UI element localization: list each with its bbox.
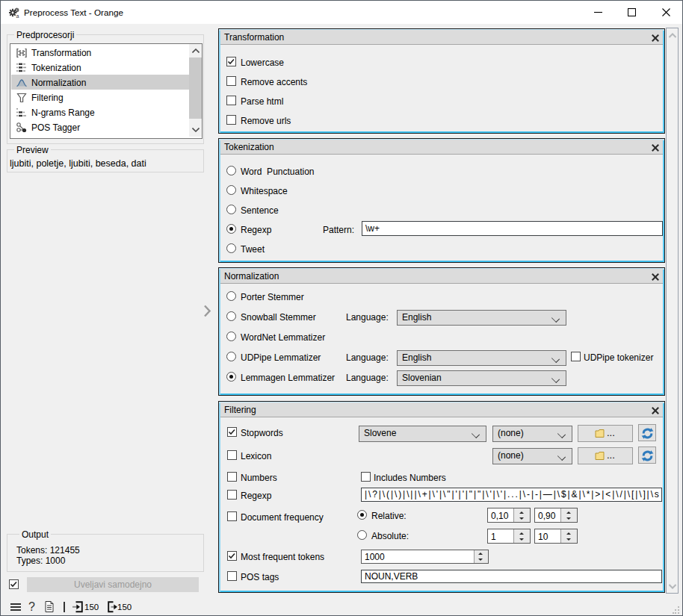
- svg-text:a: a: [16, 13, 19, 19]
